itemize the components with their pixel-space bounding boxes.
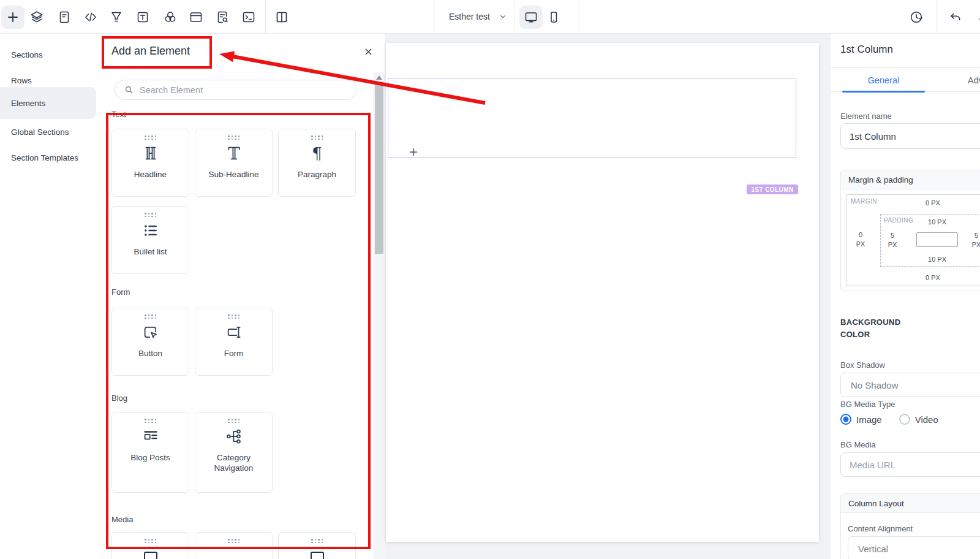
drag-handle-icon — [228, 314, 239, 319]
close-button[interactable] — [361, 45, 375, 58]
sidebar-item-elements[interactable]: Elements — [0, 87, 96, 119]
column-layout-header: Column Layout — [841, 494, 980, 513]
toolbar-divider — [937, 0, 937, 34]
search-icon — [124, 85, 134, 95]
bg-media-type-options: Image Video — [840, 414, 956, 425]
blog-posts-icon — [141, 427, 160, 446]
bg-media-label: BG Media — [840, 440, 876, 449]
element-card-sub-headline[interactable]: Sub-Headline — [195, 129, 273, 197]
element-card-button[interactable]: Button — [111, 308, 189, 376]
drag-handle-icon — [145, 539, 156, 543]
tab-advanced[interactable]: Advanced — [968, 68, 980, 93]
tracking-code-button[interactable] — [237, 6, 260, 29]
typography-button[interactable] — [131, 6, 154, 29]
split-view-button[interactable] — [270, 6, 293, 29]
value: 5 — [891, 232, 894, 239]
close-icon — [363, 47, 374, 57]
page-selector[interactable]: Esther test — [449, 12, 507, 21]
element-name-label: Element name — [840, 112, 892, 121]
margin-padding-header: Margin & padding — [841, 170, 980, 189]
add-content-placeholder[interactable]: + — [409, 143, 418, 161]
padding-center-input[interactable] — [916, 232, 958, 247]
chevron-down-icon — [499, 12, 507, 21]
custom-code-button[interactable] — [79, 6, 102, 29]
tab-general[interactable]: General — [842, 68, 925, 93]
sidebar-item-section-templates[interactable]: Section Templates — [0, 145, 96, 170]
page-preview[interactable]: + 1ST COLUMN — [386, 43, 819, 542]
add-element-button[interactable] — [1, 6, 24, 29]
desktop-view-button[interactable] — [519, 6, 543, 29]
unit: PX — [856, 240, 865, 248]
element-card-headline[interactable]: Headline — [111, 129, 189, 197]
redo-button[interactable] — [973, 6, 980, 29]
text-settings-icon — [135, 10, 150, 25]
element-card-blog-posts[interactable]: Blog Posts — [111, 412, 189, 493]
browser-settings-button[interactable] — [184, 6, 208, 29]
radio-image-label: Image — [856, 414, 882, 425]
category-navigation-icon — [225, 427, 243, 446]
layers-icon — [29, 10, 44, 25]
drag-handle-icon — [145, 213, 156, 217]
page-search-icon — [215, 10, 230, 25]
inspector-tabs: General Advanced — [831, 67, 980, 92]
content-alignment-select[interactable]: Vertical — [848, 536, 980, 559]
box-shadow-label: Box Shadow — [840, 360, 885, 370]
element-card-label: Form — [224, 348, 244, 359]
split-view-icon — [274, 10, 289, 25]
line1: BACKGROUND — [840, 318, 900, 327]
element-card-media-1[interactable] — [111, 532, 189, 559]
radio-video[interactable] — [899, 414, 910, 425]
card-row: Button Form — [111, 308, 356, 376]
padding-bottom-value: 10 PX — [881, 256, 980, 263]
scrollbar-thumb[interactable] — [375, 82, 383, 254]
drag-handle-icon — [228, 419, 239, 423]
search-input[interactable] — [140, 85, 336, 95]
section-label-blog: Blog — [111, 394, 127, 403]
column-layout-section: Column Layout Content Alignment Vertical — [840, 493, 980, 559]
terminal-icon — [241, 10, 256, 25]
layers-button[interactable] — [25, 6, 48, 29]
element-card-paragraph[interactable]: ¶ Paragraph — [278, 129, 356, 197]
radio-image[interactable] — [840, 414, 851, 425]
pages-button[interactable] — [53, 6, 76, 29]
card-row: Bullet list — [111, 206, 356, 274]
version-history-button[interactable] — [905, 6, 928, 29]
element-search[interactable] — [115, 80, 357, 100]
column-outline[interactable]: + 1ST COLUMN — [388, 78, 796, 158]
page-icon — [57, 10, 72, 25]
toolbar-divider — [265, 0, 266, 34]
column-badge: 1ST COLUMN — [747, 184, 798, 194]
element-card-bullet-list[interactable]: Bullet list — [111, 206, 189, 274]
bg-media-input[interactable] — [840, 452, 980, 477]
element-card-media-3[interactable] — [278, 532, 356, 559]
margin-top-value: 0 PX — [846, 199, 980, 207]
toolbar-divider — [579, 0, 579, 34]
margin-padding-section: Margin & padding MARGIN 0 PX 0 PX 0 PX P… — [840, 170, 980, 291]
padding-left-value: 5 PX — [886, 231, 899, 249]
element-name-input[interactable] — [840, 123, 980, 149]
element-card-media-2[interactable] — [195, 532, 273, 559]
funnel-icon — [109, 10, 124, 25]
seo-button[interactable] — [211, 6, 234, 29]
element-card-category-navigation[interactable]: Category Navigation — [195, 412, 273, 493]
element-card-form[interactable]: Form — [195, 308, 273, 376]
sidebar-item-global-sections[interactable]: Global Sections — [0, 119, 96, 145]
box-shadow-select[interactable]: No Shadow — [840, 373, 980, 397]
sidebar-item-sections[interactable]: Sections — [0, 42, 96, 67]
drag-handle-icon — [228, 539, 239, 543]
undo-button[interactable] — [944, 6, 967, 29]
add-element-panel: Add an Element Text Headline Sub-Headlin… — [101, 34, 385, 559]
margin-box: MARGIN 0 PX 0 PX 0 PX PADDING 10 PX 5 PX — [846, 194, 980, 286]
section-label-text: Text — [111, 110, 126, 119]
scrollbar-up-arrow[interactable] — [376, 75, 382, 80]
value: 0 — [859, 231, 862, 238]
line2: COLOR — [840, 330, 870, 339]
mobile-view-button[interactable] — [542, 6, 565, 29]
drag-handle-icon — [145, 419, 156, 423]
sub-headline-icon — [225, 144, 243, 162]
element-card-label: Headline — [134, 169, 167, 180]
funnel-button[interactable] — [105, 6, 128, 29]
colors-button[interactable] — [159, 6, 182, 29]
page-selector-label: Esther test — [449, 12, 490, 21]
padding-right-value: 5 PX — [970, 231, 980, 249]
